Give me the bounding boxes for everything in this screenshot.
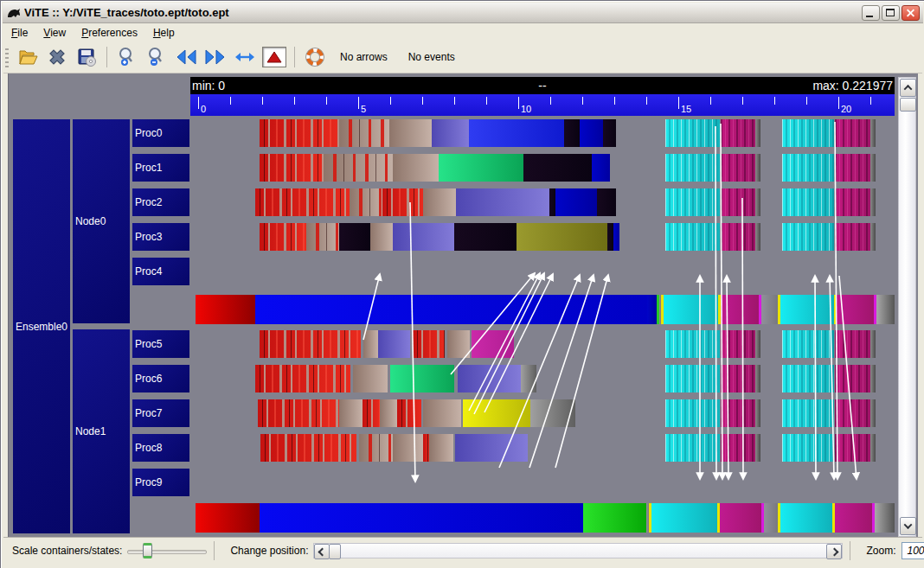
state-segment-proc1[interactable]	[523, 154, 592, 182]
state-segment-proc5[interactable]	[665, 330, 720, 358]
state-segment-proc7[interactable]	[339, 399, 363, 427]
vertical-scrollbar[interactable]	[898, 77, 916, 537]
state-segment-node1-aggregate[interactable]	[764, 503, 778, 533]
state-segment-proc1[interactable]	[870, 154, 876, 182]
state-segment-proc2[interactable]	[665, 188, 720, 216]
state-segment-proc5[interactable]	[260, 330, 361, 358]
menu-item-file[interactable]: File	[3, 25, 35, 41]
state-segment-node0-aggregate[interactable]	[780, 295, 834, 324]
state-segment-proc8[interactable]	[721, 434, 755, 462]
scroll-right-button[interactable]	[826, 544, 842, 559]
state-segment-proc3[interactable]	[870, 223, 876, 251]
scroll-left-button[interactable]	[314, 544, 330, 559]
state-segment-proc5[interactable]	[447, 330, 470, 358]
maximize-button[interactable]	[882, 5, 900, 21]
state-segment-proc2[interactable]	[423, 188, 456, 216]
position-scrollbar[interactable]	[313, 543, 843, 558]
state-segment-proc8[interactable]	[755, 434, 760, 462]
state-segment-proc8[interactable]	[423, 434, 429, 462]
state-segment-proc8[interactable]	[870, 434, 876, 462]
state-segment-proc1[interactable]	[439, 154, 523, 182]
menu-item-preferences[interactable]: Preferences	[74, 25, 145, 41]
state-segment-node1-aggregate[interactable]	[260, 503, 583, 533]
next-button[interactable]	[202, 44, 228, 70]
export-file-button[interactable]	[74, 44, 99, 70]
state-segment-proc3[interactable]	[339, 223, 370, 251]
state-segment-proc0[interactable]	[665, 119, 720, 147]
close-trace-button[interactable]	[44, 44, 70, 70]
state-segment-proc7[interactable]	[423, 399, 461, 427]
state-segment-proc8[interactable]	[260, 434, 356, 462]
state-segment-proc5[interactable]	[870, 330, 876, 358]
vertical-scrollbar-thumb[interactable]	[900, 98, 916, 112]
state-segment-proc2[interactable]	[782, 188, 834, 216]
state-segment-proc5[interactable]	[472, 330, 514, 358]
scroll-up-button[interactable]	[900, 79, 916, 97]
state-segment-proc0[interactable]	[564, 119, 580, 147]
state-segment-proc7[interactable]	[530, 399, 575, 427]
state-segment-proc0[interactable]	[870, 119, 876, 147]
state-segment-proc3[interactable]	[613, 223, 619, 251]
state-segment-proc2[interactable]	[350, 188, 382, 216]
state-segment-proc7[interactable]	[665, 399, 720, 427]
state-segment-proc8[interactable]	[429, 434, 453, 462]
state-segment-proc3[interactable]	[370, 223, 393, 251]
state-segment-proc3[interactable]	[260, 223, 306, 251]
state-segment-node0-aggregate[interactable]	[647, 295, 657, 324]
scale-slider[interactable]	[127, 542, 207, 559]
state-segment-proc7[interactable]	[870, 399, 876, 427]
state-segment-proc0[interactable]	[469, 119, 564, 147]
state-segment-proc1[interactable]	[782, 154, 834, 182]
state-segment-node1-aggregate[interactable]	[651, 503, 717, 533]
trace-viewport[interactable]: -- min: 0 max: 0.221977 05101520 Ensembl…	[8, 73, 918, 537]
open-file-button[interactable]	[15, 44, 41, 70]
state-segment-proc2[interactable]	[755, 188, 760, 216]
state-segment-proc6[interactable]	[870, 365, 876, 392]
state-segment-proc3[interactable]	[517, 223, 607, 251]
state-segment-node0-aggregate[interactable]	[837, 295, 874, 324]
about-lifering-button[interactable]	[302, 44, 328, 70]
state-segment-node1-aggregate[interactable]	[835, 503, 872, 533]
state-segment-node0-aggregate[interactable]	[721, 295, 759, 324]
menu-item-view[interactable]: View	[35, 25, 74, 41]
state-segment-proc2[interactable]	[597, 188, 616, 216]
state-segment-proc0[interactable]	[603, 119, 616, 147]
state-segment-node1-aggregate[interactable]	[720, 503, 761, 533]
state-segment-node0-aggregate[interactable]	[196, 295, 255, 324]
state-segment-proc0[interactable]	[389, 119, 432, 147]
state-segment-proc5[interactable]	[378, 330, 410, 358]
state-segment-proc6[interactable]	[390, 365, 454, 392]
state-segment-proc8[interactable]	[665, 434, 720, 462]
scroll-down-button[interactable]	[900, 517, 916, 535]
state-segment-proc3[interactable]	[782, 223, 834, 251]
state-segment-proc5[interactable]	[413, 330, 445, 358]
state-segment-proc8[interactable]	[455, 434, 528, 462]
render-triangle-button[interactable]	[261, 44, 287, 70]
state-segment-proc1[interactable]	[835, 154, 870, 182]
state-segment-node1-aggregate[interactable]	[780, 503, 832, 533]
state-segment-proc8[interactable]	[359, 434, 393, 462]
state-segment-proc0[interactable]	[432, 119, 469, 147]
state-segment-node0-aggregate[interactable]	[664, 295, 718, 324]
state-segment-proc1[interactable]	[324, 154, 393, 182]
state-segment-proc5[interactable]	[782, 330, 834, 358]
zoom-in-button[interactable]	[114, 44, 140, 70]
position-scrollbar-thumb[interactable]	[329, 544, 341, 559]
state-segment-proc1[interactable]	[665, 154, 720, 182]
state-segment-node1-aggregate[interactable]	[583, 503, 646, 533]
state-segment-proc1[interactable]	[260, 154, 324, 182]
state-segment-proc1[interactable]	[721, 154, 755, 182]
titlebar[interactable]: ViTE :: Y:/ViTE_traces/toto.ept/toto.ept	[3, 3, 923, 23]
state-segment-proc7[interactable]	[755, 399, 760, 427]
menu-item-help[interactable]: Help	[145, 25, 183, 41]
state-segment-proc6[interactable]	[755, 365, 760, 392]
state-segment-proc8[interactable]	[835, 434, 870, 462]
state-segment-proc7[interactable]	[835, 399, 870, 427]
state-segment-proc7[interactable]	[363, 399, 380, 427]
state-segment-proc0[interactable]	[260, 119, 339, 147]
state-segment-proc2[interactable]	[870, 188, 876, 216]
state-segment-proc3[interactable]	[454, 223, 517, 251]
state-segment-proc0[interactable]	[580, 119, 603, 147]
toolbar-grip[interactable]	[5, 47, 9, 67]
state-segment-proc2[interactable]	[382, 188, 423, 216]
